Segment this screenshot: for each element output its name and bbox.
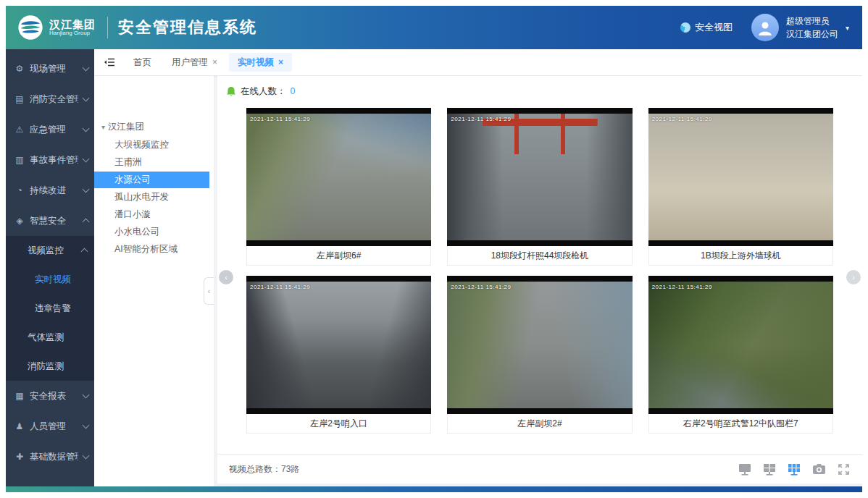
camera-tile[interactable]: 2021-12-11 15:41:29 左岸副坝2# [447, 276, 632, 434]
system-title: 安全管理信息系统 [118, 17, 257, 38]
close-icon[interactable]: × [278, 57, 283, 67]
sidebar-item-violation-alarm[interactable]: 违章告警 [6, 294, 94, 323]
sidebar-item-smart-safety[interactable]: ◈ 智慧安全 [6, 206, 94, 236]
close-icon[interactable]: × [212, 57, 217, 67]
camera-tile[interactable]: 2021-12-11 15:41:29 左岸副坝6# [246, 108, 431, 266]
sidebar-item-safety-report[interactable]: ▦ 安全报表 [6, 381, 94, 411]
sidebar-fold-button[interactable] [101, 54, 117, 70]
monitor-single-icon[interactable] [738, 463, 752, 476]
sidebar-item-fire-monitor[interactable]: 消防监测 [6, 352, 94, 381]
sidebar-item-label: 消防监测 [28, 360, 94, 373]
camera-video[interactable]: 2021-12-11 15:41:29 [246, 276, 431, 414]
tree-collapse-handle[interactable]: ‹ [204, 277, 214, 305]
sidebar-item-site-management[interactable]: ⚙ 现场管理 [6, 54, 94, 84]
camera-osd-timestamp: 2021-12-11 15:41:29 [451, 116, 511, 122]
arrow-right-icon: › [852, 273, 855, 282]
fire-safety-icon: ▤ [14, 94, 25, 104]
hanjiang-logo-icon [17, 14, 43, 41]
sidebar-item-label: 应急管理 [30, 124, 78, 136]
chevron-up-icon [83, 219, 90, 226]
emergency-icon: ⚠ [14, 124, 25, 135]
org-tree-panel: ▾ 汉江集团 大坝视频监控 王甫洲 水源公司 孤山水电开发 潘口小漩 小水电公司… [94, 76, 214, 486]
camera-tile[interactable]: 2021-12-11 15:41:29 18坝段灯杆照44坝段枪机 [447, 108, 632, 266]
camera-caption: 左岸2号哨入口 [246, 414, 431, 434]
camera-grid: 2021-12-11 15:41:29 左岸副坝6# 2021-12-11 15… [217, 104, 862, 448]
camera-video[interactable]: 2021-12-11 15:41:29 [447, 276, 632, 414]
camera-tile[interactable]: 2021-12-11 15:41:29 左岸2号哨入口 [246, 276, 431, 434]
brand-logo: 汉江集团 Hanjiang Group [6, 14, 103, 41]
tree-node-pankou[interactable]: 潘口小漩 [94, 206, 214, 223]
tab-label: 实时视频 [238, 56, 274, 69]
safety-view-button[interactable]: 安全视图 [680, 21, 733, 34]
tree-expand-icon[interactable]: ▾ [101, 123, 105, 131]
camera-video[interactable]: 2021-12-11 15:41:29 [648, 276, 833, 414]
tree-node-water-source[interactable]: 水源公司 [94, 172, 209, 188]
smart-safety-submenu: 视频监控 实时视频 违章告警 气体监测 消防监测 [6, 236, 94, 381]
sidebar-nav: ⚙ 现场管理 ▤ 消防安全管理 ⚠ 应急管理 ▥ 事故事件管理 ◔ 持续 [6, 49, 94, 486]
online-count-value: 0 [291, 86, 296, 96]
safety-view-label: 安全视图 [695, 21, 733, 34]
camera-osd-timestamp: 2021-12-11 15:41:29 [652, 284, 712, 290]
sidebar-item-incident[interactable]: ▥ 事故事件管理 [6, 145, 94, 175]
monitor-six-icon[interactable] [787, 463, 801, 476]
chevron-down-icon [83, 64, 90, 72]
sidebar-item-gas-monitor[interactable]: 气体监测 [6, 323, 94, 352]
monitor-quad-icon[interactable] [762, 463, 777, 476]
sidebar-item-label: 违章告警 [35, 303, 71, 315]
camera-video[interactable]: 2021-12-11 15:41:29 [246, 108, 431, 246]
camera-tile[interactable]: 2021-12-11 15:41:29 1B坝段上游外墙球机 [648, 108, 833, 266]
tab-home[interactable]: 首页 [125, 53, 160, 72]
camera-video[interactable]: 2021-12-11 15:41:29 [648, 108, 833, 246]
sidebar-item-personnel[interactable]: ♟ 人员管理 [6, 411, 94, 442]
camera-caption: 左岸副坝6# [246, 246, 431, 266]
tree-node-label: 大坝视频监控 [114, 140, 169, 150]
user-icon [756, 19, 774, 36]
camera-tile[interactable]: 2021-12-11 15:41:29 右岸2号哨至武警12中队围栏7 [648, 276, 833, 434]
sidebar-item-base-data[interactable]: ✚ 基础数据管理 [6, 442, 94, 472]
bell-icon [226, 86, 236, 97]
site-management-icon: ⚙ [14, 64, 25, 74]
camera-name-label: 左岸副坝2# [517, 418, 562, 430]
camera-caption: 1B坝段上游外墙球机 [648, 246, 833, 266]
sidebar-item-label: 事故事件管理 [30, 154, 78, 166]
tree-node-dam-video[interactable]: 大坝视频监控 [94, 137, 214, 153]
tab-user-management[interactable]: 用户管理 × [163, 53, 226, 72]
tab-realtime-video[interactable]: 实时视频 × [229, 53, 292, 72]
bottom-accent-strip [6, 486, 862, 492]
tree-node-gushan[interactable]: 孤山水电开发 [94, 189, 214, 206]
tree-node-label: 小水电公司 [114, 227, 160, 237]
sidebar-item-video-monitor[interactable]: 视频监控 [6, 236, 94, 265]
sidebar-item-fire-safety[interactable]: ▤ 消防安全管理 [6, 84, 94, 114]
sidebar-item-label: 气体监测 [28, 332, 94, 344]
tab-bar: 首页 用户管理 × 实时视频 × [94, 49, 862, 76]
tree-node-ai-analysis[interactable]: AI智能分析区域 [94, 241, 214, 258]
tree-node-label: 潘口小漩 [114, 209, 151, 219]
fullscreen-icon[interactable] [836, 463, 851, 476]
online-count-label: 在线人数： [241, 85, 286, 98]
video-footer-bar: 视频总路数：73路 [217, 454, 862, 484]
brand-name-en: Hanjiang Group [49, 30, 96, 36]
tree-node-small-hydro[interactable]: 小水电公司 [94, 224, 214, 240]
sidebar-item-emergency[interactable]: ⚠ 应急管理 [6, 114, 94, 145]
sidebar-item-realtime-video[interactable]: 实时视频 [6, 265, 94, 294]
tree-node-wangfuzhou[interactable]: 王甫洲 [94, 154, 214, 171]
tree-node-root[interactable]: ▾ 汉江集团 [94, 118, 214, 136]
camera-osd-timestamp: 2021-12-11 15:41:29 [250, 284, 310, 290]
carousel-next-button[interactable]: › [846, 270, 861, 284]
sidebar-item-improvement[interactable]: ◔ 持续改进 [6, 175, 94, 206]
tree-node-label: 孤山水电开发 [114, 192, 169, 202]
carousel-prev-button[interactable]: ‹ [219, 270, 233, 284]
app-window: 汉江集团 Hanjiang Group 安全管理信息系统 安全视图 超级管理员 [6, 6, 862, 492]
camera-name-label: 18坝段灯杆照44坝段枪机 [491, 250, 589, 262]
tab-label: 首页 [133, 56, 151, 69]
chevron-down-icon [83, 156, 90, 163]
tree-node-label: 水源公司 [114, 174, 151, 185]
header-divider [107, 17, 108, 38]
chevron-down-icon [83, 422, 90, 429]
camera-video[interactable]: 2021-12-11 15:41:29 [447, 108, 632, 246]
sidebar-item-label: 消防安全管理 [30, 93, 78, 106]
snapshot-icon[interactable] [811, 463, 826, 476]
user-menu[interactable]: 超级管理员 汉江集团公司 ▾ [751, 14, 849, 41]
camera-name-label: 1B坝段上游外墙球机 [701, 250, 781, 262]
tab-label: 用户管理 [172, 56, 208, 69]
